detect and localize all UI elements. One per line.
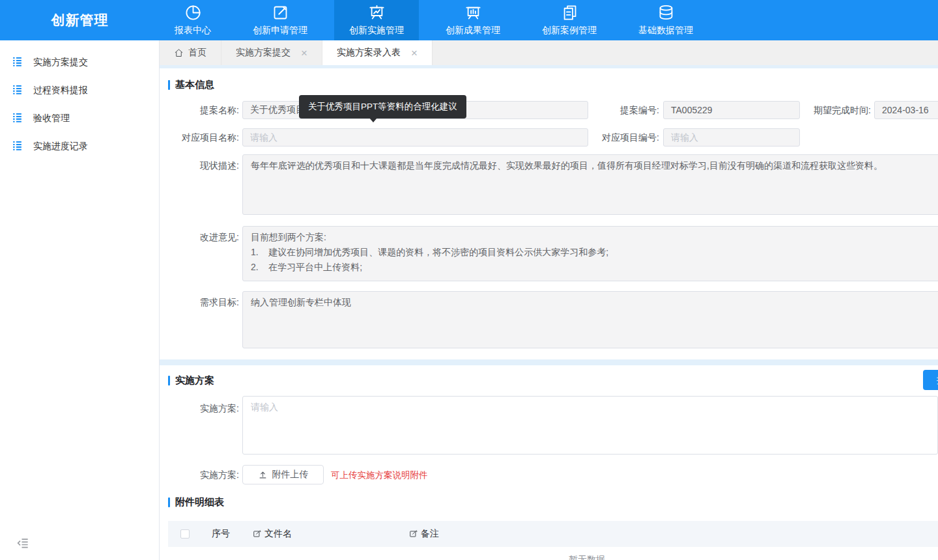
project-no-label: 对应项目编号:: [586, 128, 659, 147]
plan-textarea[interactable]: [242, 396, 938, 455]
nav-item-base-data-mgmt[interactable]: 基础数据管理: [623, 0, 708, 40]
edit-icon: [409, 529, 418, 539]
goal-label: 需求目标:: [166, 293, 239, 311]
tab-plan-entry-form[interactable]: 实施方案录入表 ×: [322, 40, 433, 65]
nav-item-results-mgmt[interactable]: 创新成果管理: [431, 0, 515, 40]
upload-button-label: 附件上传: [272, 469, 309, 481]
page: { "app": { "logo": "创新管理" }, "topnav": {…: [0, 0, 938, 560]
database-icon: [657, 4, 675, 23]
nav-item-label: 创新实施管理: [349, 25, 404, 36]
nav-item-application-mgmt[interactable]: 创新申请管理: [238, 0, 322, 40]
plan-attachment-label: 实施方案:: [166, 466, 239, 484]
project-no-input[interactable]: [663, 128, 800, 147]
section-title: 附件明细表: [175, 496, 224, 509]
presentation-chart-icon: [368, 4, 386, 23]
attachment-upload-button[interactable]: 附件上传: [242, 465, 324, 484]
tab-bar: 首页 实施方案提交 × 实施方案录入表 ×: [160, 40, 938, 65]
improve-opinion-label: 改进意见:: [166, 228, 239, 246]
sidebar: 实施方案提交 过程资料提报 验收管理 实施进度记录: [0, 40, 160, 560]
table-empty-text: 暂无数据: [569, 554, 605, 560]
list-icon: [11, 83, 33, 98]
collapse-sidebar-icon: [17, 541, 30, 552]
upload-icon: [258, 470, 268, 480]
top-bar: 创新管理 报表中心 创新申请管理 创新实施管理 创新成果管理 创新案例管理 基础…: [0, 0, 938, 40]
nav-item-implementation-mgmt[interactable]: 创新实施管理: [334, 0, 419, 40]
select-all-checkbox[interactable]: [180, 529, 190, 539]
section-header-plan: 实施方案: [168, 374, 214, 387]
project-name-input[interactable]: [242, 128, 588, 147]
expect-date-label: 期望完成时间:: [798, 101, 871, 119]
pie-chart-icon: [184, 4, 202, 23]
top-nav: 报表中心 创新申请管理 创新实施管理 创新成果管理 创新案例管理 基础数据管理: [160, 0, 720, 40]
section-accent-bar: [168, 80, 170, 90]
close-icon[interactable]: ×: [411, 48, 418, 59]
column-header-remark: 备注: [409, 528, 439, 540]
upload-hint-text: 可上传实施方案说明附件: [331, 469, 428, 481]
sidebar-collapse-button[interactable]: [17, 537, 30, 550]
column-header-filename: 文件名: [253, 528, 292, 540]
column-header-seq: 序号: [212, 528, 230, 540]
plan-label: 实施方案:: [166, 399, 239, 417]
edit-square-icon: [272, 4, 289, 23]
proposal-name-tooltip: 关于优秀项目PPT等资料的合理化建议: [299, 95, 466, 119]
tab-label: 实施方案提交: [236, 47, 291, 59]
nav-item-case-mgmt[interactable]: 创新案例管理: [527, 0, 612, 40]
attachments-table-header: 序号 文件名 备注: [168, 521, 938, 547]
presentation-board-icon: [464, 4, 482, 23]
nav-item-label: 基础数据管理: [638, 25, 693, 36]
sidebar-item-label: 实施方案提交: [33, 57, 88, 68]
edit-icon: [253, 529, 262, 539]
improve-opinion-textarea[interactable]: 目前想到两个方案: 1. 建议在协同增加优秀项目、课题的资料，将不涉密的项目资料…: [242, 226, 938, 281]
list-icon: [11, 111, 33, 126]
section-header-basic-info: 基本信息: [168, 79, 214, 91]
status-desc-label: 现状描述:: [166, 156, 239, 175]
close-icon[interactable]: ×: [301, 48, 307, 59]
list-icon: [11, 55, 33, 70]
nav-item-label: 创新申请管理: [253, 25, 307, 36]
sidebar-item-label: 验收管理: [33, 113, 70, 124]
proposal-no-input[interactable]: [663, 101, 800, 119]
tab-label: 实施方案录入表: [337, 47, 401, 59]
status-desc-textarea[interactable]: 每年年底评选的优秀项目和十大课题都是当年度完成情况最好、实现效果最好的项目，值得…: [242, 154, 938, 215]
section-accent-bar: [168, 376, 170, 385]
documents-icon: [561, 4, 578, 23]
app-logo: 创新管理: [0, 0, 160, 40]
nav-item-report-center[interactable]: 报表中心: [160, 0, 226, 40]
sidebar-item-label: 实施进度记录: [33, 141, 88, 152]
section-accent-bar: [168, 497, 170, 507]
expect-date-input[interactable]: [874, 101, 938, 119]
section-header-attachments: 附件明细表: [168, 496, 224, 509]
section-title: 基本信息: [175, 79, 214, 91]
nav-item-label: 报表中心: [175, 25, 211, 36]
home-icon: [174, 48, 184, 58]
sidebar-item-process-material[interactable]: 过程资料提报: [0, 76, 159, 104]
tab-label: 首页: [188, 47, 206, 59]
submit-button[interactable]: 提交: [923, 370, 938, 390]
sidebar-item-acceptance-mgmt[interactable]: 验收管理: [0, 104, 159, 132]
nav-item-label: 创新案例管理: [542, 25, 597, 36]
section-divider: [160, 359, 938, 365]
list-icon: [11, 139, 33, 154]
sidebar-item-progress-record[interactable]: 实施进度记录: [0, 132, 159, 160]
goal-textarea[interactable]: 纳入管理创新专栏中体现: [242, 291, 938, 348]
proposal-no-label: 提案编号:: [586, 101, 659, 119]
section-title: 实施方案: [175, 374, 214, 387]
sidebar-item-plan-submit[interactable]: 实施方案提交: [0, 48, 159, 76]
nav-item-label: 创新成果管理: [446, 25, 500, 36]
main-content: 基本信息 提案名称: 提案编号: 期望完成时间: 关于优秀项目PPT等资料的合理…: [160, 68, 938, 560]
sidebar-item-label: 过程资料提报: [33, 85, 88, 96]
proposal-name-label: 提案名称:: [166, 101, 239, 119]
tab-home[interactable]: 首页: [160, 40, 221, 65]
tab-plan-submit[interactable]: 实施方案提交 ×: [221, 40, 322, 65]
project-name-label: 对应项目名称:: [166, 128, 239, 147]
